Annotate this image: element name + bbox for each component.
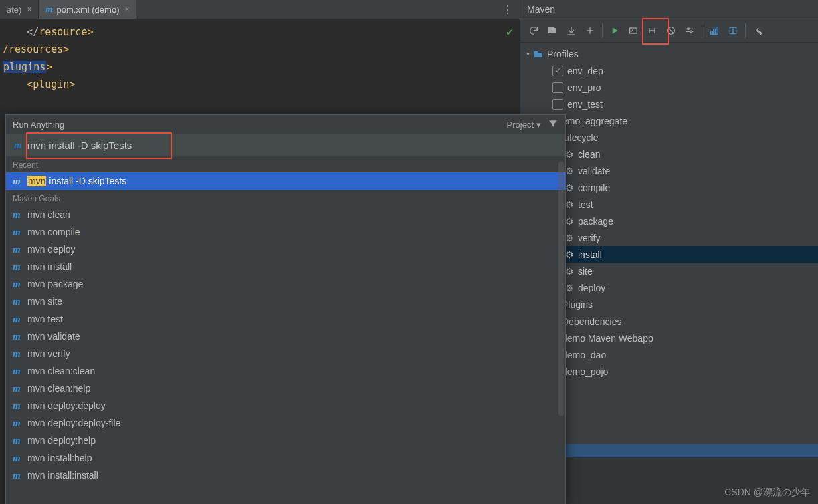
result-label: mvn deploy: [27, 244, 76, 255]
result-item[interactable]: mmvn verify: [6, 345, 565, 362]
wrench-settings-button[interactable]: [748, 21, 767, 40]
maven-icon: m: [13, 418, 22, 429]
result-item[interactable]: mmvn install:help: [6, 449, 565, 467]
result-item[interactable]: mmvn site: [6, 293, 565, 310]
maven-icon: m: [13, 313, 22, 325]
maven-icon: m: [14, 140, 22, 151]
code-line: <plugin>: [3, 76, 517, 93]
maven-icon: m: [13, 227, 22, 238]
maven-icon: m: [13, 176, 22, 187]
result-item[interactable]: mmvn validate: [6, 328, 565, 345]
add-project-button[interactable]: [581, 21, 599, 40]
tab-label: pom.xml (demo): [57, 5, 120, 15]
result-item[interactable]: mmvn install: [6, 258, 565, 275]
command-input[interactable]: [27, 140, 565, 151]
result-label: mvn validate: [27, 331, 80, 342]
code-line: plugins>: [3, 58, 517, 76]
maven-icon: m: [13, 348, 22, 360]
result-label: mvn install:help: [27, 453, 92, 463]
execute-goal-button[interactable]: [624, 21, 643, 40]
maven-icon: m: [13, 470, 22, 481]
maven-icon: m: [13, 296, 22, 307]
checkbox-icon[interactable]: [552, 82, 563, 93]
result-label: mvn install -D skipTests: [27, 176, 126, 186]
result-label: mvn package: [27, 279, 83, 289]
toolbar-separator: [602, 23, 603, 38]
chevron-down-icon: ▾: [536, 120, 541, 130]
popup-results: m mvn install -D skipTests Maven Goals m…: [6, 172, 565, 504]
maven-icon: m: [13, 366, 22, 377]
result-item[interactable]: mmvn package: [6, 275, 565, 293]
tree-node-env-dep[interactable]: env_dep: [520, 62, 818, 79]
maven-icon: m: [13, 383, 22, 394]
app-root: ate) × m pom.xml (demo) × ⋮ ✔ </resource…: [0, 0, 818, 504]
result-label: mvn clean:clean: [27, 366, 95, 376]
editor-tab-bar: ate) × m pom.xml (demo) × ⋮: [0, 0, 520, 19]
checkbox-icon[interactable]: [552, 99, 563, 110]
maven-icon: m: [13, 400, 22, 412]
toolbar-separator: [702, 23, 702, 38]
toggle-offline-button[interactable]: [643, 21, 661, 40]
editor-tab-prev[interactable]: ate) ×: [0, 0, 39, 19]
tree-node-profiles[interactable]: ▾ Profiles: [520, 45, 818, 62]
svg-rect-6: [716, 27, 718, 35]
svg-rect-5: [714, 29, 716, 34]
show-settings-button[interactable]: [680, 21, 699, 40]
result-item[interactable]: mmvn install:install: [6, 467, 565, 484]
code-line: </resource>: [3, 23, 517, 41]
toggle-skip-tests-button[interactable]: [661, 21, 680, 40]
maven-icon: m: [13, 331, 22, 342]
maven-toolbar: [520, 19, 818, 43]
reload-button[interactable]: [524, 21, 543, 40]
result-item[interactable]: mmvn compile: [6, 223, 565, 241]
chevron-down-icon: ▾: [523, 50, 532, 57]
maven-file-icon: m: [45, 4, 52, 15]
command-input-row: m: [6, 134, 565, 156]
result-label: mvn verify: [27, 348, 70, 359]
result-item[interactable]: mmvn clean: [6, 206, 565, 223]
tab-menu-icon[interactable]: ⋮: [496, 0, 520, 19]
maven-icon: m: [13, 244, 22, 255]
close-icon[interactable]: ×: [124, 5, 129, 14]
tree-node-env-test[interactable]: env_test: [520, 96, 818, 112]
close-icon[interactable]: ×: [27, 5, 31, 14]
run-button[interactable]: [605, 21, 624, 40]
result-item[interactable]: mmvn deploy:deploy: [6, 397, 565, 414]
toolbar-separator: [745, 23, 746, 38]
maven-icon: m: [13, 453, 22, 464]
scrollbar-thumb[interactable]: [558, 162, 564, 416]
result-item[interactable]: mmvn deploy: [6, 241, 565, 258]
collapse-all-button[interactable]: [724, 21, 742, 40]
generate-sources-button[interactable]: [543, 21, 562, 40]
editor-tab-pom[interactable]: m pom.xml (demo) ×: [39, 0, 136, 19]
tree-node-env-pro[interactable]: env_pro: [520, 79, 818, 96]
result-item[interactable]: mmvn clean:clean: [6, 362, 565, 380]
maven-icon: m: [13, 435, 22, 447]
maven-icon: m: [13, 261, 22, 273]
project-scope-dropdown[interactable]: Project ▾: [507, 120, 541, 130]
section-recent: Recent: [6, 156, 565, 172]
result-item[interactable]: mmvn deploy:deploy-file: [6, 414, 565, 432]
result-item[interactable]: mmvn clean:help: [6, 380, 565, 397]
result-item[interactable]: mmvn deploy:help: [6, 432, 565, 449]
result-label: mvn deploy:deploy-file: [27, 418, 120, 428]
svg-point-3: [690, 31, 692, 33]
show-dependencies-button[interactable]: [705, 21, 724, 40]
filter-icon[interactable]: [548, 118, 558, 131]
inspections-ok-icon: ✔: [506, 23, 513, 41]
result-label: mvn install: [27, 261, 72, 272]
section-goals: Maven Goals: [6, 190, 565, 206]
editor-pane: ate) × m pom.xml (demo) × ⋮ ✔ </resource…: [0, 0, 520, 504]
popup-title: Run Anything: [13, 120, 507, 130]
popup-header: Run Anything Project ▾: [6, 115, 565, 134]
tool-window-title: Maven: [520, 0, 818, 19]
result-label: mvn test: [27, 313, 63, 324]
result-label: mvn site: [27, 296, 62, 307]
result-label: mvn clean:help: [27, 383, 90, 394]
result-item[interactable]: mmvn test: [6, 310, 565, 328]
result-item-recent[interactable]: m mvn install -D skipTests: [6, 172, 565, 190]
download-sources-button[interactable]: [562, 21, 581, 40]
code-line: /resources>: [3, 41, 517, 58]
checkbox-checked-icon[interactable]: [552, 66, 563, 76]
result-label: mvn deploy:deploy: [27, 400, 106, 411]
